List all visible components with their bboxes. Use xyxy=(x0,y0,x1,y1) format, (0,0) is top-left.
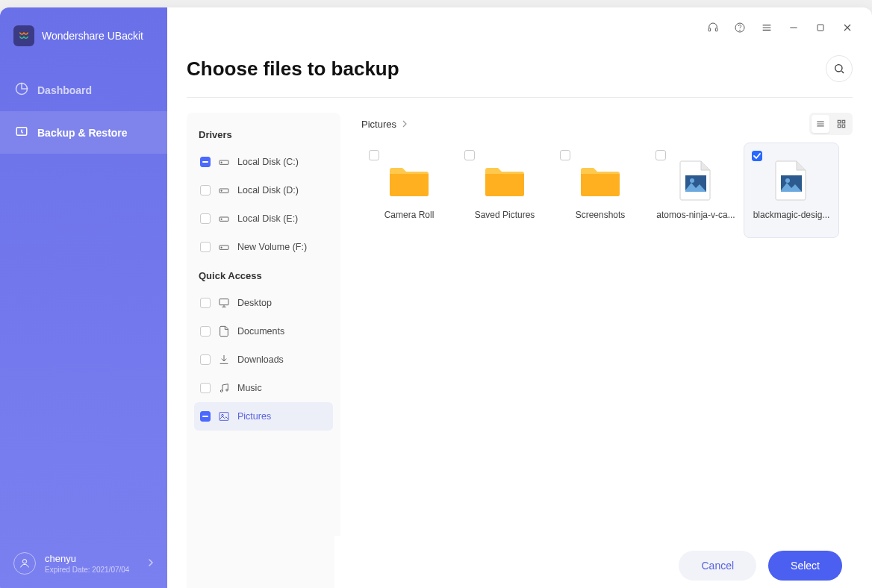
tree-checkbox[interactable] xyxy=(200,185,211,196)
tree-checkbox[interactable] xyxy=(200,213,211,224)
app-title: Wondershare UBackit xyxy=(42,30,143,42)
file-card[interactable]: blackmagic-desig... xyxy=(744,143,839,238)
tree-label: Documents xyxy=(237,326,284,337)
user-panel[interactable]: chenyu Expired Date: 2021/07/04 xyxy=(0,540,167,588)
tree-label: New Volume (F:) xyxy=(237,242,307,252)
svg-point-1 xyxy=(22,560,26,563)
tree-quick-item[interactable]: Music xyxy=(194,374,333,402)
tree-heading-drivers: Drivers xyxy=(194,125,333,148)
folder-icon xyxy=(578,160,623,201)
files-grid: Camera RollSaved PicturesScreenshotsatom… xyxy=(361,143,853,238)
close-icon[interactable] xyxy=(841,21,854,34)
svg-rect-22 xyxy=(842,120,845,123)
tree-driver-item[interactable]: New Volume (F:) xyxy=(194,233,333,261)
cancel-button[interactable]: Cancel xyxy=(679,551,756,581)
svg-point-18 xyxy=(226,389,228,391)
image-file-icon xyxy=(769,160,814,201)
view-grid-button[interactable] xyxy=(832,115,850,133)
file-name: Camera Roll xyxy=(367,210,451,220)
grid-header: Pictures xyxy=(361,113,853,135)
tree-panel: Drivers Local Disk (C:)Local Disk (D:)Lo… xyxy=(187,113,340,588)
file-name: Screenshots xyxy=(558,210,642,220)
file-checkbox[interactable] xyxy=(464,150,475,160)
breadcrumb-label: Pictures xyxy=(361,119,396,130)
tree-quick-item[interactable]: Desktop xyxy=(194,289,333,317)
file-checkbox[interactable] xyxy=(369,150,379,160)
svg-rect-3 xyxy=(715,28,717,31)
menu-icon[interactable] xyxy=(760,21,773,34)
tree-checkbox[interactable] xyxy=(200,411,211,422)
svg-point-9 xyxy=(221,162,222,163)
svg-point-28 xyxy=(785,178,790,183)
tree-drivers-section: Drivers Local Disk (C:)Local Disk (D:)Lo… xyxy=(194,125,333,261)
svg-rect-21 xyxy=(838,120,841,123)
svg-rect-24 xyxy=(842,125,845,128)
main: Choose files to backup Drivers Local Dis… xyxy=(167,7,872,588)
footer: Cancel Select xyxy=(334,536,872,588)
tree-label: Local Disk (D:) xyxy=(237,185,299,196)
picture-icon xyxy=(218,410,230,422)
tree-quick-item[interactable]: Downloads xyxy=(194,345,333,374)
tree-driver-item[interactable]: Local Disk (D:) xyxy=(194,176,333,204)
search-icon xyxy=(833,63,845,75)
help-icon[interactable] xyxy=(733,21,747,34)
tree-driver-item[interactable]: Local Disk (C:) xyxy=(194,148,333,176)
minimize-icon[interactable] xyxy=(787,21,800,34)
music-icon xyxy=(218,382,230,394)
chevron-right-icon xyxy=(148,557,154,570)
tree-driver-item[interactable]: Local Disk (E:) xyxy=(194,204,333,233)
tree-checkbox[interactable] xyxy=(200,383,211,393)
file-checkbox[interactable] xyxy=(752,151,762,161)
folder-icon xyxy=(387,160,432,201)
nav-item-backup-restore[interactable]: Backup & Restore xyxy=(0,111,167,154)
file-card[interactable]: Screenshots xyxy=(552,143,648,238)
select-button[interactable]: Select xyxy=(768,551,842,581)
monitor-icon xyxy=(218,297,230,309)
avatar xyxy=(13,552,36,575)
view-list-button[interactable] xyxy=(812,115,829,133)
nav-label: Dashboard xyxy=(37,84,92,96)
tree-checkbox[interactable] xyxy=(200,354,211,365)
svg-point-15 xyxy=(221,247,222,248)
download-icon xyxy=(218,354,230,366)
svg-rect-2 xyxy=(708,28,711,31)
image-file-icon xyxy=(673,160,718,201)
tree-checkbox[interactable] xyxy=(200,242,211,252)
file-checkbox[interactable] xyxy=(560,150,570,160)
svg-point-11 xyxy=(221,190,222,191)
drive-icon xyxy=(218,213,230,225)
nav: Dashboard Backup & Restore xyxy=(0,69,167,154)
file-card[interactable]: Camera Roll xyxy=(361,143,457,238)
view-toggle xyxy=(809,113,853,135)
drive-icon xyxy=(218,241,230,253)
explorer: Drivers Local Disk (C:)Local Disk (D:)Lo… xyxy=(187,113,853,588)
svg-rect-19 xyxy=(219,413,228,421)
tree-quick-item[interactable]: Pictures xyxy=(194,402,333,431)
drive-icon xyxy=(218,156,230,168)
app-logo xyxy=(13,25,34,46)
app-window: Wondershare UBackit Dashboard Backup & R… xyxy=(0,7,872,588)
grid-icon xyxy=(836,119,847,129)
tree-checkbox[interactable] xyxy=(200,157,211,167)
tree-checkbox[interactable] xyxy=(200,298,211,308)
file-card[interactable]: atomos-ninja-v-ca... xyxy=(648,143,744,238)
divider xyxy=(187,97,853,98)
file-name: blackmagic-desig... xyxy=(750,210,832,220)
file-checkbox[interactable] xyxy=(655,150,666,160)
page-title: Choose files to backup xyxy=(187,57,399,81)
tree-quick-section: Quick Access DesktopDocumentsDownloadsMu… xyxy=(194,266,333,431)
tree-label: Local Disk (E:) xyxy=(237,213,298,224)
file-card[interactable]: Saved Pictures xyxy=(457,143,552,238)
tree-label: Pictures xyxy=(237,411,271,422)
breadcrumb[interactable]: Pictures xyxy=(361,119,408,130)
nav-item-dashboard[interactable]: Dashboard xyxy=(0,69,167,111)
tree-label: Desktop xyxy=(237,298,272,308)
maximize-icon[interactable] xyxy=(814,21,827,34)
search-button[interactable] xyxy=(826,55,853,82)
document-icon xyxy=(218,325,230,337)
svg-point-17 xyxy=(220,390,222,392)
user-expired: Expired Date: 2021/07/04 xyxy=(45,566,129,574)
tree-checkbox[interactable] xyxy=(200,326,211,337)
headset-icon[interactable] xyxy=(706,21,720,34)
tree-quick-item[interactable]: Documents xyxy=(194,317,333,345)
